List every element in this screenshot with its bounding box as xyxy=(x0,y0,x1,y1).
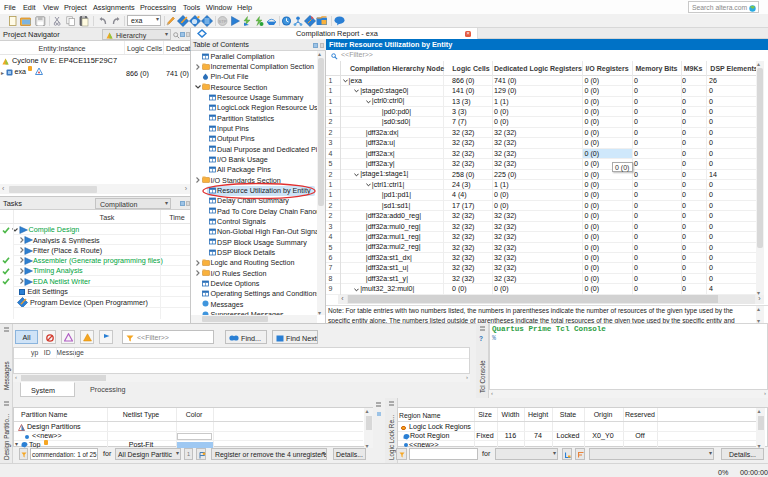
svg-text:STP: STP xyxy=(219,19,227,24)
